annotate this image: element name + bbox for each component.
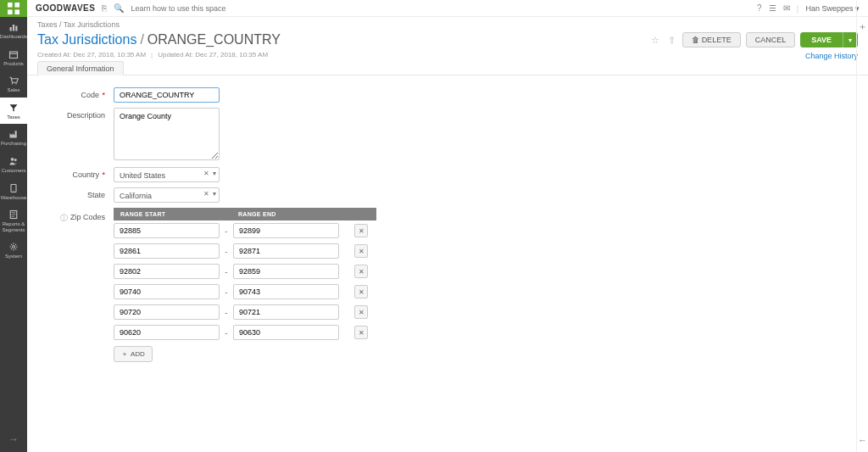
sidebar: DashboardsProductsSalesTaxesPurchasingCu…	[0, 0, 27, 452]
svg-point-10	[15, 83, 17, 85]
sidebar-item-label: Taxes	[7, 114, 20, 120]
zip-range-end-input[interactable]	[233, 264, 339, 279]
cancel-button[interactable]: CANCEL	[746, 32, 796, 47]
zip-row-delete-button[interactable]: ✕	[354, 326, 368, 339]
sidebar-item-label: Reports & Segments	[2, 221, 25, 232]
mail-icon[interactable]: ✉	[783, 3, 790, 13]
dash-separator: -	[225, 328, 228, 338]
dash-separator: -	[225, 267, 228, 276]
svg-rect-1	[14, 3, 19, 8]
svg-point-12	[14, 159, 17, 161]
zip-range-end-input[interactable]	[233, 325, 339, 340]
zip-table-header: RANGE START RANGE END	[114, 208, 376, 220]
menu-icon[interactable]: ☰	[769, 3, 776, 13]
sidebar-item-products[interactable]: Products	[0, 44, 27, 71]
right-rail-add-icon[interactable]: ＋	[858, 20, 867, 33]
svg-rect-3	[14, 9, 19, 14]
sidebar-item-label: Sales	[7, 87, 19, 93]
svg-rect-0	[8, 3, 13, 8]
zip-range-start-input[interactable]	[114, 243, 220, 259]
code-input[interactable]	[114, 87, 220, 103]
report-icon	[8, 209, 19, 220]
sidebar-item-label: Products	[3, 61, 24, 67]
tab-general-information[interactable]: General Information	[37, 61, 124, 75]
state-clear-icon[interactable]: ✕	[203, 190, 209, 198]
delete-button[interactable]: 🗑 DELETE	[682, 32, 741, 47]
dash-separator: -	[225, 308, 228, 317]
zip-range-start-input[interactable]	[114, 325, 220, 340]
svg-rect-7	[10, 52, 18, 59]
sidebar-item-dashboards[interactable]: Dashboards	[0, 17, 27, 44]
zip-range-end-input[interactable]	[233, 243, 339, 259]
breadcrumb-root[interactable]: Taxes	[37, 20, 58, 29]
svg-point-19	[13, 246, 15, 248]
box-icon	[8, 49, 19, 59]
created-at: Created At: Dec 27, 2018, 10:35 AM	[37, 51, 146, 59]
sidebar-item-customers[interactable]: Customers	[0, 151, 27, 178]
zip-row-delete-button[interactable]: ✕	[354, 305, 368, 319]
factory-icon	[8, 129, 19, 139]
sidebar-item-label: Purchasing	[1, 141, 26, 147]
state-caret-icon[interactable]: ▾	[213, 190, 216, 198]
svg-rect-6	[15, 26, 17, 31]
zip-range-start-input[interactable]	[114, 304, 220, 320]
sidebar-expand-icon[interactable]: →	[8, 433, 19, 452]
svg-rect-4	[10, 27, 12, 31]
zip-row: -✕	[114, 241, 376, 261]
search-input[interactable]	[131, 4, 283, 13]
svg-rect-5	[13, 25, 14, 31]
zip-row: -✕	[114, 302, 376, 322]
zip-range-start-input[interactable]	[114, 223, 220, 238]
label-code: Code *	[37, 87, 114, 99]
sidebar-item-purchasing[interactable]: Purchasing	[0, 124, 27, 151]
help-icon[interactable]: ?	[757, 3, 762, 13]
breadcrumb-leaf[interactable]: Tax Jurisdictions	[64, 20, 120, 29]
country-clear-icon[interactable]: ✕	[203, 170, 209, 177]
title-parent-link[interactable]: Tax Jurisdictions	[37, 32, 136, 47]
zip-range-end-input[interactable]	[233, 284, 339, 299]
tablet-icon	[8, 183, 19, 193]
country-caret-icon[interactable]: ▾	[213, 170, 216, 177]
add-zip-button[interactable]: ＋ ADD	[114, 346, 153, 362]
sidebar-item-reports[interactable]: Reports & Segments	[0, 204, 27, 237]
zip-range-end-input[interactable]	[233, 223, 339, 238]
right-rail: ＋ ←	[856, 0, 868, 452]
sidebar-item-system[interactable]: System	[0, 237, 27, 264]
app-logo[interactable]	[0, 0, 27, 17]
sidebar-item-label: Dashboards	[0, 34, 27, 40]
zip-row: -✕	[114, 220, 376, 241]
chart-icon	[8, 22, 19, 32]
search-icon[interactable]: 🔍	[114, 3, 124, 13]
label-state: State	[37, 187, 114, 199]
sidebar-item-label: Warehouse	[1, 195, 26, 201]
label-description: Description	[37, 108, 114, 120]
description-input[interactable]	[114, 108, 220, 160]
zip-range-start-input[interactable]	[114, 284, 220, 299]
zip-row-delete-button[interactable]: ✕	[354, 285, 368, 299]
zip-row-delete-button[interactable]: ✕	[354, 244, 368, 258]
pin-icon[interactable]: ⎘	[102, 3, 107, 13]
save-button[interactable]: SAVE	[800, 32, 843, 47]
share-icon[interactable]: ⇪	[666, 35, 677, 46]
zip-row: -✕	[114, 282, 376, 302]
zip-range-start-input[interactable]	[114, 264, 220, 279]
sidebar-item-taxes[interactable]: Taxes	[0, 98, 27, 125]
zip-row-delete-button[interactable]: ✕	[354, 224, 368, 237]
user-menu[interactable]: Han Sweppes ▾	[805, 4, 860, 13]
sidebar-item-sales[interactable]: Sales	[0, 70, 27, 98]
zip-row-delete-button[interactable]: ✕	[354, 265, 368, 278]
title-entity-name: ORANGE_COUNTRY	[147, 32, 281, 47]
gear-icon	[8, 242, 19, 252]
sidebar-item-label: System	[5, 254, 22, 259]
right-rail-collapse-icon[interactable]: ←	[858, 435, 867, 445]
zip-range-end-input[interactable]	[233, 304, 339, 320]
favorite-icon[interactable]: ☆	[649, 35, 661, 46]
topbar: GOODWAVES ⎘ 🔍 ? ☰ ✉ | Han Sweppes ▾	[27, 0, 868, 17]
page-title: Tax Jurisdictions/ORANGE_COUNTRY	[37, 32, 281, 47]
zip-info-icon[interactable]: ⓘ	[60, 213, 68, 224]
svg-point-11	[11, 158, 14, 161]
breadcrumb: Taxes / Tax Jurisdictions	[27, 17, 868, 31]
dash-separator: -	[225, 287, 228, 297]
zip-row: -✕	[114, 322, 376, 343]
sidebar-item-warehouse[interactable]: Warehouse	[0, 178, 27, 205]
